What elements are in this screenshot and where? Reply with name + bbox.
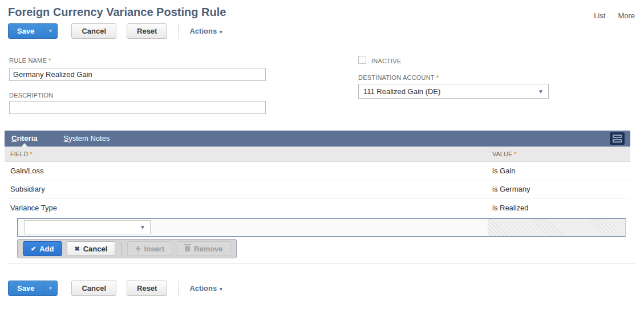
trash-icon (185, 246, 190, 251)
new-field-cell: ▼ (18, 219, 488, 236)
actions-menu[interactable]: Actions▾ (189, 27, 222, 35)
chevron-down-icon: ▼ (48, 286, 52, 291)
subtab-bar: Criteria System Notes (5, 131, 630, 147)
more-link[interactable]: More (618, 11, 635, 20)
cancel-button[interactable]: Cancel (71, 23, 116, 39)
save-dropdown-button[interactable]: ▼ (43, 24, 57, 38)
save-dropdown-button[interactable]: ▼ (43, 281, 57, 295)
x-icon: ✖ (75, 245, 80, 253)
chevron-down-icon: ▾ (220, 29, 222, 35)
destination-account-label: DESTINATION ACCOUNT* (358, 74, 439, 81)
destination-account-select[interactable]: 111 Realized Gain (DE) ▼ (358, 84, 549, 99)
actions-menu[interactable]: Actions▾ (189, 284, 222, 293)
criteria-table: FIELD* VALUE* Gain/Loss is Gain Subsidia… (5, 147, 630, 217)
field-cell: Variance Type (5, 204, 488, 212)
value-cell: is Gain (488, 166, 630, 175)
save-split-button: Save ▼ (8, 281, 58, 296)
chevron-down-icon: ▼ (48, 29, 52, 34)
remove-button: Remove (177, 241, 231, 256)
list-link[interactable]: List (594, 11, 605, 20)
criteria-table-header: FIELD* VALUE* (5, 147, 630, 162)
field-cell: Gain/Loss (5, 166, 488, 175)
insert-button: ✚ Insert (127, 241, 172, 256)
toolbar-divider (179, 24, 179, 39)
plus-icon: ✚ (135, 245, 140, 253)
save-split-button: Save ▼ (8, 23, 58, 39)
tab-criteria[interactable]: Criteria (11, 131, 38, 147)
new-value-cell-disabled (488, 219, 625, 236)
field-column-header: FIELD* (5, 151, 488, 157)
table-row[interactable]: Subsidiary is Germany (5, 180, 630, 198)
required-marker: * (514, 151, 516, 157)
value-column-header: VALUE* (488, 151, 630, 157)
chevron-down-icon: ▼ (538, 88, 544, 95)
chevron-down-icon: ▼ (140, 224, 145, 230)
description-label: DESCRIPTION (9, 92, 53, 99)
top-toolbar: Save ▼ Cancel Reset Actions▾ (8, 23, 222, 39)
sublist-layout-icon[interactable] (610, 132, 625, 145)
inactive-label: INACTIVE (371, 58, 401, 64)
required-marker: * (48, 57, 51, 64)
cancel-button[interactable]: Cancel (71, 281, 116, 296)
value-cell: is Realized (488, 204, 630, 212)
save-button[interactable]: Save (9, 281, 43, 295)
description-input[interactable] (9, 101, 266, 114)
chevron-down-icon: ▾ (220, 286, 222, 292)
bottom-toolbar: Save ▼ Cancel Reset Actions▾ (8, 281, 222, 296)
check-icon: ✔ (31, 245, 36, 253)
page-title: Foreign Currency Variance Posting Rule (8, 6, 226, 19)
form-bottom-divider (8, 263, 635, 263)
header-links: List More (594, 11, 635, 20)
value-cell: is Germany (488, 185, 630, 193)
add-button[interactable]: ✔ Add (23, 241, 62, 256)
required-marker: * (436, 74, 439, 81)
row-bar-icon (613, 139, 622, 143)
new-field-select[interactable]: ▼ (24, 220, 151, 234)
required-marker: * (30, 151, 32, 157)
sublist-button-bar: ✔ Add ✖ Cancel ✚ Insert Remove (17, 239, 237, 258)
table-row[interactable]: Variance Type is Realized (5, 198, 630, 217)
new-criteria-row: ▼ (17, 218, 626, 237)
toolbar-divider (179, 281, 179, 296)
inactive-checkbox[interactable] (358, 56, 366, 64)
tab-system-notes[interactable]: System Notes (64, 131, 110, 147)
reset-button[interactable]: Reset (127, 23, 167, 39)
table-row[interactable]: Gain/Loss is Gain (5, 162, 630, 180)
save-button[interactable]: Save (9, 24, 43, 38)
field-cell: Subsidiary (5, 185, 488, 193)
rule-name-label: RULE NAME* (9, 57, 51, 64)
reset-button[interactable]: Reset (127, 281, 167, 296)
button-divider (121, 242, 122, 255)
row-bar-icon (613, 135, 622, 138)
cancel-line-button[interactable]: ✖ Cancel (67, 241, 116, 256)
rule-name-input[interactable] (9, 68, 266, 81)
